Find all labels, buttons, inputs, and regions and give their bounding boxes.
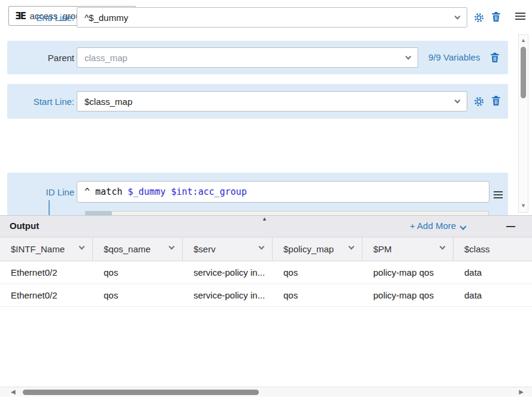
- menu-icon[interactable]: [515, 11, 525, 22]
- chevron-down-icon: [460, 223, 466, 230]
- expand-panel-icon[interactable]: ▲: [262, 216, 267, 222]
- output-table-header: $INTF_Name $qos_name $serv $policy_map $…: [0, 237, 532, 261]
- chevron-down-icon: [440, 244, 446, 250]
- add-more-label: + Add More: [410, 221, 456, 231]
- add-more-button[interactable]: + Add More: [410, 221, 466, 231]
- table-cell: qos: [273, 284, 362, 307]
- end-line-settings-gear-icon[interactable]: [473, 12, 485, 23]
- table-cell: qos: [93, 284, 183, 307]
- table-cell: qos: [273, 261, 362, 284]
- table-cell: data: [454, 261, 532, 284]
- chevron-down-icon: [349, 244, 355, 250]
- table-cell: service-policy in...: [183, 284, 273, 307]
- vertical-scrollbar[interactable]: ▲ ▼: [518, 34, 528, 213]
- scroll-right-icon[interactable]: ▶: [519, 388, 524, 395]
- column-header[interactable]: $serv: [183, 237, 273, 261]
- scroll-down-icon[interactable]: ▼: [519, 203, 528, 209]
- chevron-down-icon: [406, 53, 412, 59]
- column-header[interactable]: $policy_map: [273, 237, 362, 261]
- column-header[interactable]: $PM: [362, 237, 454, 261]
- table-cell: Ethernet0/2: [0, 261, 93, 284]
- table-row[interactable]: Ethernet0/2 qos service-policy in... qos…: [0, 284, 532, 307]
- output-panel: Output ▲ + Add More $INTF_Name $qos_name…: [0, 215, 532, 398]
- chevron-down-icon: [455, 13, 461, 19]
- minimize-panel-icon[interactable]: [506, 226, 515, 227]
- parent-dropdown-value: class_map: [84, 53, 128, 63]
- parent-label: Parent: [7, 53, 74, 63]
- id-line-label: ID Line: [7, 187, 74, 197]
- id-line-code-plain: ^ match: [84, 186, 128, 197]
- id-line-menu-icon[interactable]: [494, 189, 503, 200]
- table-cell: policy-map qos: [362, 284, 454, 307]
- scroll-up-icon[interactable]: ▲: [519, 37, 528, 43]
- vertical-scrollbar-thumb[interactable]: [521, 47, 526, 98]
- start-line-label: Start Line:: [7, 97, 74, 107]
- output-panel-header: Output ▲ + Add More: [0, 216, 532, 237]
- chevron-down-icon: [259, 244, 265, 250]
- table-cell: Ethernet0/2: [0, 284, 93, 307]
- end-line-input[interactable]: ^$_dummy: [77, 7, 467, 28]
- chevron-down-icon: [169, 244, 175, 250]
- chevron-down-icon: [455, 97, 461, 103]
- parent-row: Parent class_map 9/9 Variables: [7, 41, 508, 74]
- id-line-input[interactable]: ^ match $_dummy $int:acc_group: [77, 181, 489, 203]
- column-header[interactable]: $class: [454, 237, 532, 261]
- table-cell: qos: [93, 261, 183, 284]
- table-cell: data: [454, 284, 532, 307]
- delete-end-line-icon[interactable]: [491, 11, 501, 22]
- scroll-left-icon[interactable]: ◀: [11, 388, 16, 395]
- horizontal-scrollbar[interactable]: ◀ ▶: [0, 387, 532, 397]
- output-title: Output: [10, 221, 39, 231]
- id-line-code-sep: [165, 186, 171, 197]
- id-line-row: ID Line ^ match $_dummy $int:acc_group: [7, 173, 508, 216]
- table-row[interactable]: Ethernet0/2 qos service-policy in... qos…: [0, 261, 532, 284]
- parent-dropdown[interactable]: class_map: [77, 47, 418, 68]
- end-line-value: ^$_dummy: [84, 13, 128, 23]
- start-line-value: $class_map: [84, 97, 132, 107]
- start-line-settings-gear-icon[interactable]: [473, 96, 485, 107]
- delete-parent-icon[interactable]: [490, 52, 500, 63]
- table-cell: policy-map qos: [362, 261, 454, 284]
- start-line-input[interactable]: $class_map: [77, 91, 467, 111]
- start-line-row: Start Line: $class_map: [7, 84, 508, 119]
- id-line-code-var2: $int:acc_group: [171, 186, 247, 197]
- column-header[interactable]: $qos_name: [93, 237, 183, 261]
- end-line-label: End Line:: [7, 13, 74, 23]
- horizontal-scrollbar-thumb[interactable]: [23, 390, 259, 395]
- variables-link[interactable]: 9/9 Variables: [428, 52, 480, 62]
- delete-start-line-icon[interactable]: [491, 95, 501, 106]
- column-header[interactable]: $INTF_Name: [0, 237, 93, 261]
- chevron-down-icon: [79, 244, 85, 250]
- id-line-connector: [49, 200, 50, 216]
- id-line-code-var1: $_dummy: [128, 186, 165, 197]
- table-cell: service-policy in...: [183, 261, 273, 284]
